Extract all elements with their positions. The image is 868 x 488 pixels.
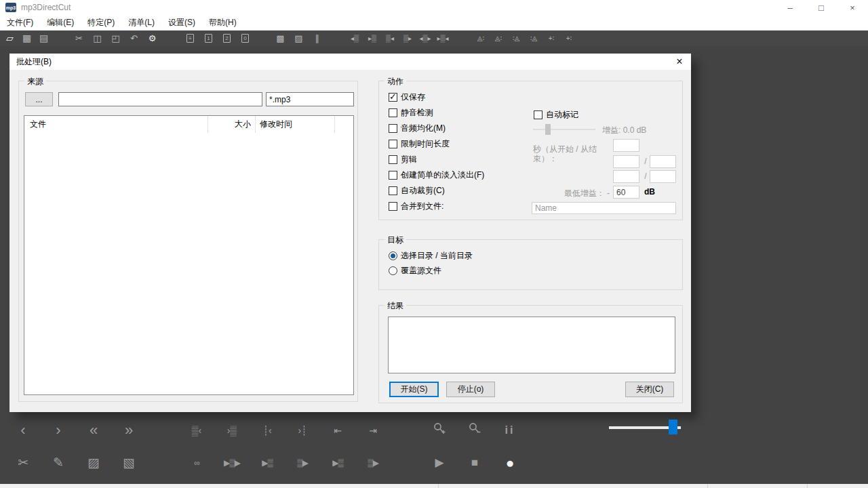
file-list[interactable]: 文件 大小 修改时间 [24,115,354,395]
result-output[interactable] [388,317,675,373]
checkbox-merge-to-file[interactable]: 合并到文件: [389,199,484,214]
sel-begin-set-icon[interactable]: ◂▒ [346,30,363,46]
cut-icon[interactable]: ✂ [70,30,88,46]
paste-icon[interactable]: ◰ [106,30,125,46]
jump-start-icon[interactable]: ⇤ [320,420,355,441]
settings-gear-icon[interactable]: ⚙ [143,30,161,46]
status-divider [438,484,439,488]
layer-0-icon[interactable]: 0 [236,34,254,43]
stop-icon[interactable]: ■ [457,453,492,473]
checkbox-label: 合并到文件: [401,201,443,212]
fast-back-icon[interactable]: « [76,420,111,441]
actions-group: 动作 仅保存 静音检测 音频均化(M) 限制时间长度 剪辑 [378,81,683,220]
menu-file[interactable]: 文件(F) [0,15,40,30]
radio-choose-dir[interactable]: 选择目录 / 当前目录 [389,248,473,263]
jump-end-icon[interactable]: ⇥ [355,420,391,441]
layer-1-icon[interactable]: 1 [199,34,218,43]
target-radio-column: 选择目录 / 当前目录 覆盖源文件 [389,248,473,278]
batch-dialog: 批处理(B) × 来源 ... 文件 大小 修改时间 动作 仅保存 静音检 [9,54,691,412]
record-icon[interactable]: ● [492,453,528,473]
checkbox-simple-fade[interactable]: 创建简单的淡入淡出(F) [389,167,484,183]
menu-list[interactable]: 清单(L) [121,15,161,30]
select-right-icon[interactable]: ▧ [111,453,146,473]
step-back-icon[interactable]: ‹ [5,420,41,441]
radio-icon [389,251,397,260]
result-group: 结果 开始(S) 停止(o) 关闭(C) [378,305,683,403]
checkbox-auto-crop[interactable]: 自动裁剪(C) [389,183,484,199]
auto-mark-down-icon[interactable]: ◬∶ [472,30,490,46]
menu-settings[interactable]: 设置(S) [161,15,202,30]
select-left-icon[interactable]: ▨ [76,453,111,473]
zoom-in-icon[interactable] [422,420,457,441]
play-skip-cut-icon[interactable]: ▶▒▶ [214,453,250,473]
dialog-close-icon[interactable]: × [668,54,691,70]
checkbox-trim[interactable]: 剪辑 [389,152,484,167]
checkbox-normalize[interactable]: 音频均化(M) [389,121,484,136]
checkbox-label: 剪辑 [401,154,417,165]
result-group-label: 结果 [384,300,406,312]
close-button[interactable]: × [837,0,868,15]
slash-separator: / [642,157,649,166]
minimize-button[interactable]: – [774,0,806,15]
maximize-button[interactable]: □ [806,0,837,15]
auto-mark-up-icon[interactable]: ◬∶ [490,30,507,46]
source-group: 来源 ... 文件 大小 修改时间 [18,81,358,402]
file-filter-input[interactable] [266,92,354,106]
save-audio-icon[interactable]: ▦ [18,30,35,46]
prev-cut-icon[interactable]: ┊‹ [250,420,285,441]
mark-add-icon[interactable]: +∶ [542,30,560,46]
sel-expand-icon[interactable]: ◂▒▸ [416,30,434,46]
vu-display-icon[interactable]: ▨ [290,30,308,46]
menu-edit[interactable]: 编辑(E) [40,15,81,30]
start-button[interactable]: 开始(S) [389,382,439,397]
play-icon[interactable]: ▶ [422,453,457,473]
sel-shrink-icon[interactable]: ▸▒◂ [434,30,452,46]
checkbox-limit-duration[interactable]: 限制时间长度 [389,136,484,152]
sel-begin-cue-icon[interactable]: ▸▒ [363,30,381,46]
layer-2-icon[interactable]: 2 [218,34,236,43]
loop-icon[interactable]: ∞ [179,453,214,473]
postroll-icon[interactable]: ▒▶ [355,453,391,473]
checkbox-auto-mark[interactable]: 自动标记 [534,107,578,123]
column-size[interactable]: 大小 [208,116,256,133]
zoom-out-icon[interactable] [457,420,492,441]
column-file[interactable]: 文件 [24,116,208,133]
radio-label: 选择目录 / 当前目录 [401,250,473,262]
sel-end-cue-icon[interactable]: ▒▸ [399,30,416,46]
open-file-icon[interactable]: ▱ [1,30,18,46]
merge-filename-input [532,202,676,214]
browse-button[interactable]: ... [25,92,53,106]
radio-overwrite-source[interactable]: 覆盖源文件 [389,263,473,278]
save-list-icon[interactable]: ▤ [35,30,52,46]
mark-remove-icon[interactable]: +∶ [560,30,578,46]
pause-display-icon[interactable]: ∥ [308,30,326,46]
sel-end-set-icon[interactable]: ▒◂ [381,30,399,46]
next-cut-icon[interactable]: ›┊ [285,420,320,441]
batch-icon[interactable]: ▩ [271,30,290,46]
column-modified[interactable]: 修改时间 [256,116,335,133]
play-from-cut-icon[interactable]: ▒▶ [285,453,320,473]
fast-forward-icon[interactable]: » [111,420,146,441]
menu-special[interactable]: 特定(P) [81,15,121,30]
mark-next-icon[interactable]: ∶◬ [525,30,542,46]
copy-icon[interactable]: ◫ [88,30,106,46]
checkbox-save-only[interactable]: 仅保存 [389,89,484,105]
checkbox-silence-detect[interactable]: 静音检测 [389,105,484,121]
mark-prev-icon[interactable]: ∶◬ [507,30,525,46]
sel-start-icon[interactable]: ▒‹ [179,420,214,441]
cut-selection-icon[interactable]: ✂ [5,453,41,473]
preroll-icon[interactable]: ▶▒ [320,453,355,473]
dialog-close-button[interactable]: 关闭(C) [625,382,674,397]
play-to-cut-icon[interactable]: ▶▒ [250,453,285,473]
undo-icon[interactable]: ↶ [125,30,143,46]
menu-help[interactable]: 帮助(H) [202,15,243,30]
stop-button[interactable]: 停止(o) [446,382,495,397]
volume-slider-handle[interactable] [669,420,677,434]
step-forward-icon[interactable]: › [41,420,76,441]
sel-end-icon[interactable]: ›▒ [214,420,250,441]
file-info-icon[interactable]: ≡ [181,34,199,43]
pause-at-cut-icon[interactable]: ii [492,420,528,441]
checkbox-icon [389,155,397,164]
edit-mode-icon[interactable]: ✎ [41,453,76,473]
source-path-input[interactable] [58,92,262,106]
